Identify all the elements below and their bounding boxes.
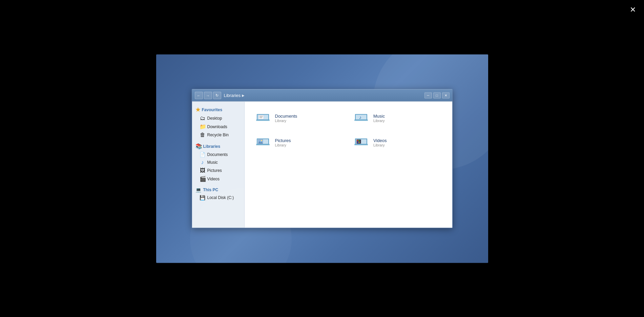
breadcrumb-arrow: ▶ [242, 94, 245, 97]
documents-lib-type: Library [275, 118, 297, 122]
pictures-lib-text: Pictures Library [275, 138, 291, 147]
computer-icon: 💻 [195, 187, 202, 193]
libraries-label: Libraries [203, 144, 221, 148]
downloads-folder-icon: 📁 [200, 123, 206, 130]
music-lib-name: Music [373, 113, 385, 118]
sidebar-item-desktop[interactable]: 🗂 Desktop [192, 114, 244, 122]
svg-text:♪: ♪ [359, 115, 361, 120]
outer-close-button[interactable]: ✕ [630, 6, 636, 14]
music-lib-type: Library [373, 118, 385, 122]
disk-icon: 💾 [200, 195, 206, 200]
library-item-music[interactable]: ♪ Music Library [350, 107, 445, 129]
library-item-videos[interactable]: Videos Library [350, 132, 445, 153]
breadcrumb-libraries: Libraries [224, 93, 241, 98]
lib-pictures-label: Pictures [207, 168, 222, 173]
svg-rect-22 [356, 140, 357, 141]
svg-rect-29 [358, 140, 360, 141]
refresh-button[interactable]: ↻ [213, 92, 221, 99]
videos-lib-icon [353, 134, 369, 151]
pictures-lib-type: Library [275, 143, 291, 147]
sidebar-item-pictures[interactable]: 🖼 Pictures [192, 166, 244, 175]
svg-rect-25 [360, 140, 361, 141]
desktop-folder-icon: 🗂 [200, 115, 206, 121]
favourites-label: Favourites [202, 107, 223, 112]
sidebar-item-documents[interactable]: 📄 Documents [192, 151, 244, 158]
svg-rect-3 [259, 115, 264, 119]
videos-lib-type: Library [373, 143, 387, 147]
favourites-section: ★ Favourites 🗂 Desktop 📁 Downloads 🗑 Rec… [192, 105, 244, 139]
pictures-lib-icon [255, 134, 271, 151]
desktop-label: Desktop [207, 116, 222, 121]
music-lib-text: Music Library [373, 113, 385, 122]
svg-rect-26 [360, 141, 361, 142]
svg-rect-23 [356, 141, 357, 142]
svg-rect-31 [358, 142, 360, 143]
library-item-pictures[interactable]: Pictures Library [251, 132, 347, 153]
address-bar[interactable]: Libraries ▶ [224, 93, 422, 98]
explorer-body: ★ Favourites 🗂 Desktop 📁 Downloads 🗑 Rec… [192, 102, 452, 228]
libraries-section: 📚 Libraries 📄 Documents ♪ Music 🖼 Pictur… [192, 142, 244, 183]
forward-button[interactable]: → [204, 92, 212, 99]
svg-rect-27 [360, 142, 361, 143]
recycle-bin-icon: 🗑 [200, 132, 206, 138]
sidebar-libraries-header[interactable]: 📚 Libraries [192, 142, 244, 151]
svg-rect-24 [356, 142, 357, 143]
videos-lib-text: Videos Library [373, 138, 387, 147]
sidebar-this-pc-header[interactable]: 💻 This PC [192, 186, 244, 194]
videos-lib-name: Videos [373, 138, 387, 143]
sidebar: ★ Favourites 🗂 Desktop 📁 Downloads 🗑 Rec… [192, 102, 245, 228]
svg-point-17 [261, 140, 262, 141]
downloads-label: Downloads [207, 124, 227, 129]
recycle-label: Recycle Bin [207, 133, 229, 137]
this-pc-label: This PC [203, 187, 219, 192]
this-pc-section: 💻 This PC 💾 Local Disk (C:) [192, 186, 244, 201]
pictures-lib-name: Pictures [275, 138, 291, 143]
window-controls: ─ □ ✕ [424, 92, 450, 98]
lib-documents-label: Documents [207, 152, 228, 157]
sidebar-item-local-disk[interactable]: 💾 Local Disk (C:) [192, 194, 244, 201]
sidebar-item-music[interactable]: ♪ Music [192, 158, 244, 166]
explorer-window: ← → ↻ Libraries ▶ ─ □ ✕ ★ Favouri [192, 89, 453, 228]
lib-videos-label: Videos [207, 176, 220, 181]
music-lib-icon: ♪ [353, 110, 369, 126]
local-disk-label: Local Disk (C:) [207, 195, 234, 200]
maximize-button[interactable]: □ [433, 92, 441, 98]
videos-icon: 🎬 [200, 176, 206, 182]
sidebar-item-videos[interactable]: 🎬 Videos [192, 175, 244, 183]
minimize-button[interactable]: ─ [424, 92, 432, 98]
documents-lib-text: Documents Library [275, 113, 297, 122]
pictures-icon: 🖼 [200, 167, 206, 174]
window-close-button[interactable]: ✕ [442, 92, 450, 98]
documents-icon: 📄 [200, 152, 206, 157]
sidebar-favourites-header[interactable]: ★ Favourites [192, 105, 244, 114]
star-icon: ★ [195, 106, 200, 113]
sidebar-item-downloads[interactable]: 📁 Downloads [192, 122, 244, 131]
library-item-documents[interactable]: Documents Library [251, 107, 347, 129]
sidebar-item-recycle[interactable]: 🗑 Recycle Bin [192, 131, 244, 139]
music-icon: ♪ [200, 159, 206, 165]
libraries-folder-icon: 📚 [195, 143, 202, 150]
lib-music-label: Music [207, 160, 218, 165]
title-bar: ← → ↻ Libraries ▶ ─ □ ✕ [192, 90, 452, 102]
desktop-background: ← → ↻ Libraries ▶ ─ □ ✕ ★ Favouri [156, 54, 488, 263]
svg-rect-28 [357, 140, 358, 141]
back-button[interactable]: ← [195, 92, 203, 99]
documents-lib-icon [255, 110, 271, 126]
main-content: Documents Library ♪ [245, 102, 452, 228]
documents-lib-name: Documents [275, 113, 297, 118]
svg-rect-30 [357, 142, 358, 143]
